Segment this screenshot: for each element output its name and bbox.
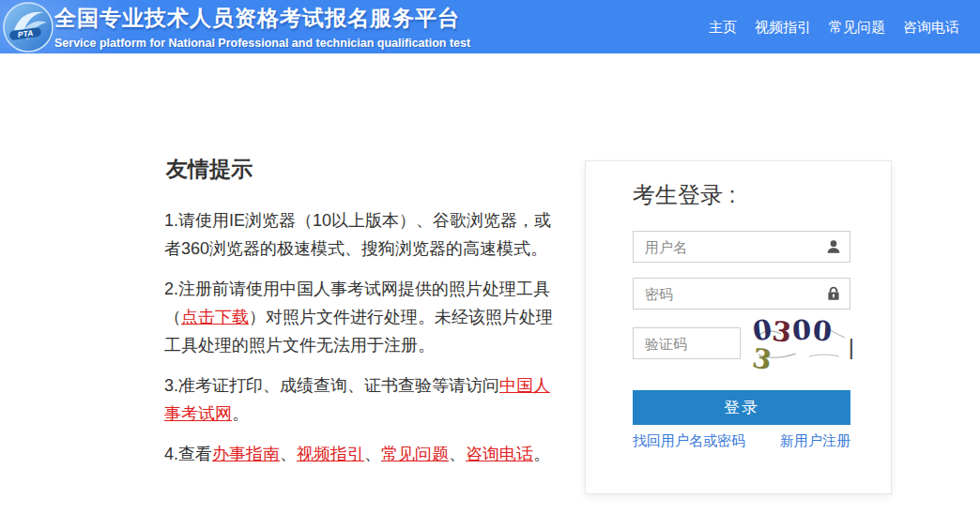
- pta-logo-icon: PTA: [3, 2, 54, 53]
- username-field: [633, 231, 850, 263]
- captcha-digit: 3: [771, 318, 793, 347]
- captcha-caret: |: [849, 334, 854, 360]
- password-field: [633, 278, 850, 310]
- nav-link-phone[interactable]: 咨询电话: [903, 19, 959, 37]
- lock-icon: [825, 285, 842, 302]
- forgot-password-link[interactable]: 找回用户名或密码: [633, 432, 745, 450]
- site-title: 全国专业技术人员资格考试报名服务平台: [54, 4, 470, 33]
- tip-text: 、: [280, 445, 297, 463]
- tip-link[interactable]: 视频指引: [297, 445, 364, 463]
- captcha-digit: 0: [811, 317, 833, 345]
- tip-text: 、: [449, 445, 466, 463]
- login-links: 找回用户名或密码 新用户注册: [633, 432, 850, 450]
- site-subtitle: Service platform for National Profession…: [54, 37, 470, 50]
- tip-item: 3.准考证打印、成绩查询、证书查验等请访问中国人 事考试网。: [164, 371, 577, 428]
- captcha-image[interactable]: 03003 |: [753, 325, 854, 362]
- nav-link-home[interactable]: 主页: [709, 19, 737, 37]
- captcha-row: 03003 |: [633, 325, 854, 362]
- nav-link-faq[interactable]: 常见问题: [829, 19, 885, 37]
- tip-text: 4.查看: [164, 445, 212, 463]
- header: PTA 全国专业技术人员资格考试报名服务平台 Service platform …: [0, 0, 980, 53]
- login-title: 考生登录 :: [633, 180, 735, 210]
- tip-item: 4.查看办事指南、视频指引、常见问题、咨询电话。: [164, 440, 577, 468]
- captcha-digit: 0: [792, 316, 814, 344]
- tip-text: 。: [533, 445, 550, 463]
- captcha-input[interactable]: [633, 327, 741, 359]
- login-panel: 考生登录 :: [585, 160, 892, 494]
- page: PTA 全国专业技术人员资格考试报名服务平台 Service platform …: [0, 0, 980, 514]
- header-titles: 全国专业技术人员资格考试报名服务平台 Service platform for …: [54, 4, 470, 50]
- tip-link[interactable]: 常见问题: [381, 445, 449, 463]
- tip-text: 1.请使用IE浏览器（10以上版本）、谷歌浏览器，或 者360浏览器的极速模式、…: [164, 211, 551, 258]
- tip-link[interactable]: 办事指南: [212, 445, 280, 463]
- header-nav: 主页视频指引常见问题咨询电话: [709, 19, 959, 37]
- tips-list: 1.请使用IE浏览器（10以上版本）、谷歌浏览器，或 者360浏览器的极速模式、…: [164, 206, 577, 468]
- tip-text: 3.准考证打印、成绩查询、证书查验等请访问: [164, 376, 499, 395]
- tip-link[interactable]: 点击下载: [181, 308, 249, 326]
- tip-item: 2.注册前请使用中国人事考试网提供的照片处理工具 （点击下载）对照片文件进行处理…: [164, 275, 577, 359]
- password-input[interactable]: [633, 278, 850, 310]
- username-input[interactable]: [633, 231, 850, 263]
- nav-link-video-guide[interactable]: 视频指引: [755, 19, 811, 37]
- register-link[interactable]: 新用户注册: [780, 432, 850, 450]
- tip-link[interactable]: 咨询电话: [466, 445, 533, 463]
- user-icon: [825, 238, 842, 255]
- tips-section: 友情提示 1.请使用IE浏览器（10以上版本）、谷歌浏览器，或 者360浏览器的…: [164, 155, 577, 480]
- tip-text: 、: [364, 445, 381, 463]
- tip-item: 1.请使用IE浏览器（10以上版本）、谷歌浏览器，或 者360浏览器的极速模式、…: [164, 206, 577, 263]
- login-button[interactable]: 登录: [633, 390, 850, 425]
- captcha-digits: 03003: [753, 316, 846, 370]
- captcha-digit: 3: [750, 344, 773, 374]
- tip-text: 。: [232, 404, 249, 423]
- tips-heading: 友情提示: [166, 155, 577, 184]
